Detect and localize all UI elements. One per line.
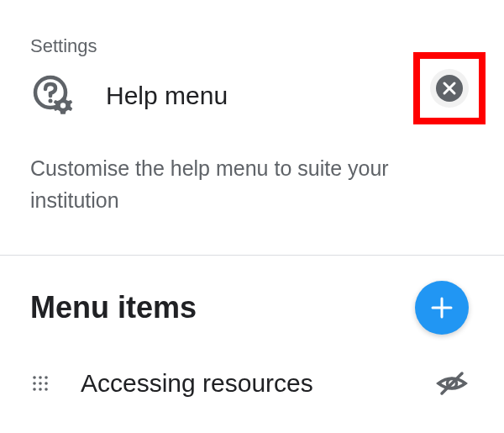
svg-point-12 bbox=[45, 382, 48, 385]
page-title: Help menu bbox=[106, 82, 228, 110]
close-highlight-box bbox=[413, 52, 486, 124]
svg-line-17 bbox=[442, 373, 462, 393]
add-button[interactable] bbox=[415, 281, 469, 335]
svg-point-13 bbox=[33, 388, 36, 391]
close-icon bbox=[436, 75, 463, 102]
svg-point-10 bbox=[33, 382, 36, 385]
section-title: Menu items bbox=[30, 290, 197, 325]
svg-point-14 bbox=[39, 388, 42, 391]
svg-point-9 bbox=[45, 376, 48, 379]
svg-point-15 bbox=[45, 388, 48, 391]
item-label: Accessing resources bbox=[81, 369, 435, 398]
drag-handle-icon[interactable] bbox=[30, 373, 50, 393]
list-item: Accessing resources bbox=[0, 335, 504, 400]
section-header: Menu items bbox=[0, 256, 504, 335]
svg-point-8 bbox=[39, 376, 42, 379]
svg-point-1 bbox=[49, 99, 53, 103]
eye-off-icon bbox=[435, 371, 469, 396]
breadcrumb: Settings bbox=[0, 0, 504, 57]
header-row: Help menu bbox=[0, 57, 504, 119]
svg-point-2 bbox=[60, 103, 66, 108]
help-gear-icon bbox=[30, 72, 77, 119]
description-text: Customise the help menu to suite your in… bbox=[0, 119, 504, 216]
svg-point-11 bbox=[39, 382, 42, 385]
close-button[interactable] bbox=[430, 69, 469, 108]
plus-icon bbox=[429, 295, 454, 320]
svg-point-7 bbox=[33, 376, 36, 379]
visibility-toggle[interactable] bbox=[435, 367, 469, 400]
